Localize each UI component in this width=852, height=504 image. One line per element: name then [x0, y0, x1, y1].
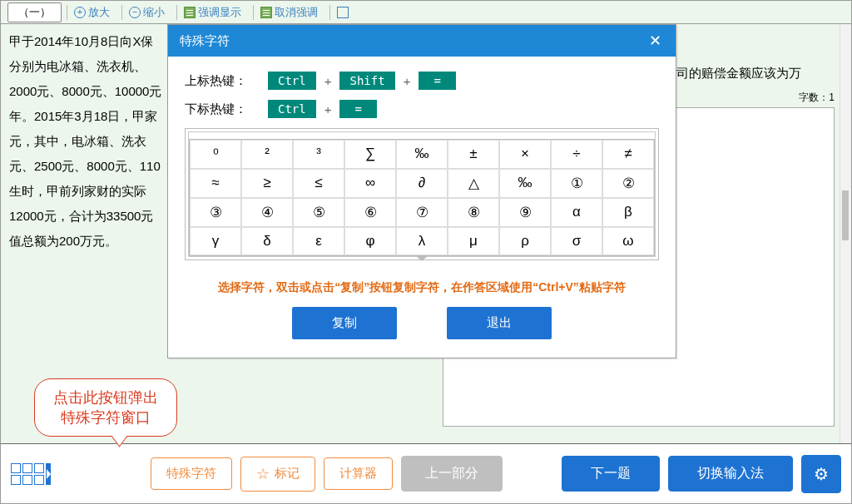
question-tab[interactable]: （一）: [7, 2, 62, 22]
dialog-titlebar: 特殊字符 ✕: [168, 25, 676, 57]
char-cell[interactable]: ∞: [344, 169, 396, 198]
subscript-label: 下标热键：: [185, 101, 260, 117]
chevron-down-icon[interactable]: [415, 255, 428, 261]
char-cell[interactable]: α: [551, 198, 602, 227]
char-cell[interactable]: ∂: [396, 169, 448, 198]
char-cell[interactable]: ≥: [241, 169, 293, 198]
char-cell[interactable]: ⑧: [448, 198, 499, 227]
char-cell[interactable]: ⑥: [344, 198, 396, 227]
char-cell[interactable]: ②: [602, 169, 654, 198]
plus-sep: +: [404, 74, 411, 88]
extra-button[interactable]: [329, 5, 355, 20]
scrollbar-thumb[interactable]: [842, 190, 849, 240]
char-cell[interactable]: ⁰: [190, 140, 241, 169]
key-ctrl: Ctrl: [268, 100, 316, 118]
square-icon: [337, 7, 349, 18]
plus-icon: +: [74, 7, 86, 18]
char-cell[interactable]: ρ: [499, 227, 551, 255]
char-cell[interactable]: △: [448, 169, 499, 198]
highlight-label: 强调显示: [198, 5, 241, 20]
char-cell[interactable]: ④: [241, 198, 293, 227]
highlight-icon: [184, 7, 196, 18]
zoom-in-label: 放大: [88, 5, 110, 20]
char-cell[interactable]: φ: [344, 227, 396, 255]
char-row: ≈≥≤∞∂△‰①②: [190, 169, 654, 198]
char-cell[interactable]: ⑨: [499, 198, 551, 227]
answer-fragment: 司的赔偿金额应该为万: [676, 66, 801, 82]
char-cell[interactable]: μ: [448, 227, 499, 255]
plus-sep: +: [324, 102, 332, 116]
chevron-right-icon: [46, 463, 51, 485]
key-eq: =: [419, 72, 455, 90]
dialog-title-text: 特殊字符: [180, 33, 230, 49]
char-table: ⁰²³∑‰±×÷≠≈≥≤∞∂△‰①②③④⑤⑥⑦⑧⑨αβγδεφλμρσω: [189, 139, 655, 256]
char-cell[interactable]: ≠: [602, 140, 654, 169]
superscript-hotkey-row: 上标热键： Ctrl + Shift + =: [185, 72, 659, 90]
char-cell[interactable]: γ: [190, 227, 241, 255]
prev-label: 上一部分: [425, 465, 478, 482]
close-icon[interactable]: ✕: [646, 32, 664, 50]
settings-button[interactable]: ⚙: [801, 455, 841, 493]
grid-icon: [11, 463, 44, 485]
minus-icon: −: [129, 7, 141, 18]
char-cell[interactable]: ∑: [344, 140, 396, 169]
char-cell[interactable]: ≤: [293, 169, 344, 198]
char-cell[interactable]: ±: [448, 140, 499, 169]
char-row: γδεφλμρσω: [190, 227, 654, 255]
char-cell[interactable]: δ: [241, 227, 293, 255]
switch-ime-button[interactable]: 切换输入法: [668, 456, 793, 492]
char-cell[interactable]: ÷: [551, 140, 602, 169]
mark-label: 标记: [275, 466, 300, 482]
char-cell[interactable]: ‰: [396, 140, 448, 169]
special-char-label: 特殊字符: [166, 466, 216, 482]
ime-label: 切换输入法: [697, 466, 764, 480]
vertical-scrollbar[interactable]: [840, 24, 851, 443]
char-cell[interactable]: ③: [190, 198, 241, 227]
char-cell[interactable]: ≈: [190, 169, 241, 198]
char-cell[interactable]: σ: [551, 227, 602, 255]
exit-button[interactable]: 退出: [447, 307, 552, 339]
char-table-container: ⁰²³∑‰±×÷≠≈≥≤∞∂△‰①②③④⑤⑥⑦⑧⑨αβγδεφλμρσω: [185, 128, 659, 260]
char-cell[interactable]: ²: [241, 140, 293, 169]
char-cell[interactable]: ‰: [499, 169, 551, 198]
char-row: ③④⑤⑥⑦⑧⑨αβ: [190, 198, 654, 227]
char-cell[interactable]: ⑦: [396, 198, 448, 227]
nav-grid-button[interactable]: [11, 463, 51, 485]
unhighlight-icon: [260, 7, 272, 18]
char-cell[interactable]: ①: [551, 169, 602, 198]
prev-section-button[interactable]: 上一部分: [401, 456, 503, 492]
next-question-button[interactable]: 下一题: [562, 456, 660, 492]
unhighlight-label: 取消强调: [275, 5, 318, 20]
star-icon: ☆: [256, 465, 270, 483]
zoom-out-button[interactable]: − 缩小: [121, 5, 171, 20]
bottom-bar: 特殊字符 ☆标记 计算器 上一部分 下一题 切换输入法 ⚙: [1, 443, 851, 503]
zoom-in-button[interactable]: + 放大: [67, 5, 116, 20]
char-cell[interactable]: ε: [293, 227, 344, 255]
char-cell[interactable]: ×: [499, 140, 551, 169]
char-cell[interactable]: β: [602, 198, 654, 227]
char-cell[interactable]: ³: [293, 140, 344, 169]
callout-bubble: 点击此按钮弹出 特殊字符窗口: [34, 378, 177, 437]
unhighlight-button[interactable]: 取消强调: [253, 5, 324, 20]
plus-sep: +: [324, 74, 332, 88]
special-char-button[interactable]: 特殊字符: [151, 457, 232, 490]
copy-button[interactable]: 复制: [292, 307, 397, 339]
word-count-value: 1: [829, 91, 835, 103]
callout-line1: 点击此按钮弹出: [53, 388, 158, 408]
calculator-label: 计算器: [339, 466, 377, 482]
zoom-out-label: 缩小: [143, 5, 165, 20]
superscript-label: 上标热键：: [185, 73, 260, 89]
key-eq: =: [339, 100, 376, 118]
calculator-button[interactable]: 计算器: [324, 457, 393, 490]
char-cell[interactable]: ω: [602, 227, 654, 255]
char-cell[interactable]: ⑤: [293, 198, 344, 227]
highlight-button[interactable]: 强调显示: [176, 5, 248, 20]
word-count: 字数：1: [799, 91, 835, 105]
subscript-hotkey-row: 下标热键： Ctrl + =: [185, 100, 659, 118]
mark-button[interactable]: ☆标记: [240, 457, 315, 492]
special-char-dialog: 特殊字符 ✕ 上标热键： Ctrl + Shift + = 下标热键： Ctrl…: [167, 24, 676, 358]
dialog-buttons: 复制 退出: [185, 307, 659, 339]
char-cell[interactable]: λ: [396, 227, 448, 255]
callout-line2: 特殊字符窗口: [53, 408, 158, 427]
key-shift: Shift: [339, 72, 394, 90]
